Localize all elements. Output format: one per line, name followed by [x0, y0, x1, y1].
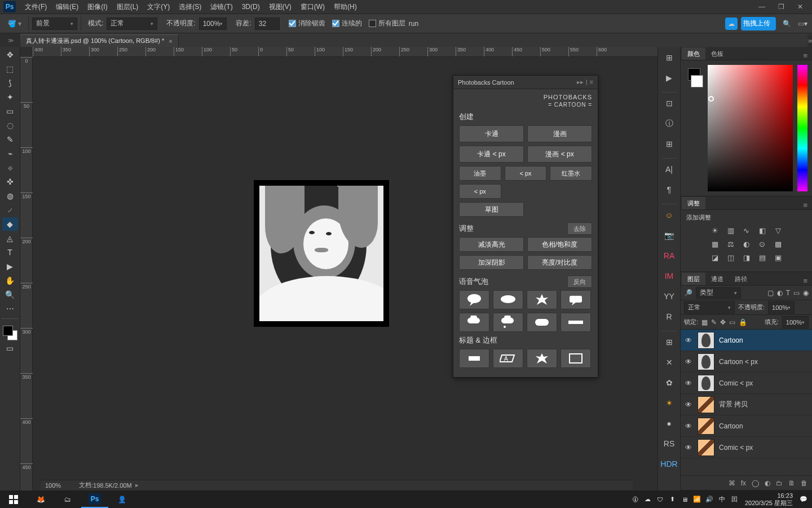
comic-px-button[interactable]: 漫画 < px [527, 146, 592, 163]
strip-item[interactable]: ⊞ [661, 334, 678, 351]
exposure-icon[interactable]: ◧ [757, 225, 767, 235]
banner-bubble[interactable] [561, 313, 591, 332]
cloud-bubble-1[interactable] [459, 313, 489, 332]
tray-ime[interactable]: 中 [716, 495, 728, 503]
lock-all-icon[interactable]: 🔒 [739, 318, 747, 326]
panel-menu-icon[interactable]: ≡ [798, 277, 812, 285]
strip-item[interactable]: YY [661, 288, 678, 305]
menu-window[interactable]: 窗口(W) [296, 0, 329, 14]
menu-image[interactable]: 图像(I) [83, 0, 112, 14]
strip-item[interactable]: ⓘ [661, 115, 678, 132]
eraser-tool[interactable]: ◍ [2, 189, 18, 203]
new-layer-icon[interactable]: 🗎 [788, 479, 795, 487]
strip-item[interactable]: RA [661, 247, 678, 264]
path-tool[interactable]: ▶ [2, 260, 18, 273]
menu-file[interactable]: 文件(F) [20, 0, 51, 14]
selective-color-icon[interactable]: ▣ [773, 252, 783, 262]
lasso-tool[interactable]: ⟆ [2, 76, 18, 90]
strip-item[interactable]: ● [661, 415, 678, 432]
speech-bubble-2[interactable] [493, 290, 523, 309]
more-tools[interactable]: ⋯ [2, 302, 18, 316]
threshold-icon[interactable]: ◨ [742, 252, 752, 262]
vibrance-icon[interactable]: ▽ [773, 225, 783, 235]
strip-item[interactable]: ¶ [661, 181, 678, 198]
rect-bubble[interactable] [561, 290, 591, 309]
strip-item[interactable]: A| [661, 161, 678, 178]
strip-item[interactable]: IM [661, 268, 678, 284]
collapse-icon[interactable]: ▸▸ [577, 78, 584, 86]
filter-adjust-icon[interactable]: ◐ [777, 289, 783, 297]
layer-fill-input[interactable]: 100%▾ [782, 316, 809, 329]
panel-menu-icon[interactable]: ≡ [590, 78, 593, 86]
speech-bubble-1[interactable] [459, 290, 489, 309]
right-collapse-grip[interactable]: ≫ [807, 34, 812, 47]
title-rect[interactable] [459, 349, 489, 368]
close-tab-icon[interactable]: × [169, 38, 172, 45]
layer-row[interactable]: 👁Comic < px [681, 373, 812, 394]
start-button[interactable] [0, 491, 27, 508]
link-layers-icon[interactable]: ⌘ [729, 479, 735, 487]
contiguous-checkbox[interactable] [332, 20, 339, 27]
menu-layer[interactable]: 图层(L) [112, 0, 143, 14]
mask-icon[interactable]: ◯ [752, 479, 759, 487]
remove-button[interactable]: 去除 [567, 222, 592, 235]
blend-mode-dropdown[interactable]: 正常▾ [107, 17, 157, 30]
photo-filter-icon[interactable]: ⊙ [757, 239, 767, 249]
visibility-icon[interactable]: 👁 [684, 357, 693, 366]
taskbar-firefox[interactable]: 🦊 [27, 491, 54, 508]
layer-opacity-input[interactable]: 100%▾ [768, 301, 795, 314]
taskbar-app[interactable]: 👤 [108, 491, 135, 508]
upload-button[interactable]: 拖拽上传 [741, 17, 776, 30]
taskbar-clock[interactable]: 16:232020/3/25 星期三 [740, 492, 797, 506]
visibility-icon[interactable]: 👁 [684, 422, 693, 431]
group-icon[interactable]: 🗀 [776, 479, 783, 487]
tray-notifications[interactable]: 💬 [797, 496, 810, 503]
huesat-icon[interactable]: ▦ [710, 239, 720, 249]
invert-icon[interactable]: ◪ [710, 252, 720, 262]
lock-pixels-icon[interactable]: ✎ [711, 318, 717, 326]
filter-type-icon[interactable]: T [786, 289, 790, 297]
antialias-checkbox[interactable] [289, 20, 296, 27]
fx-icon[interactable]: fx [741, 479, 746, 487]
opacity-input[interactable]: 100%▾ [199, 17, 227, 30]
hand-tool[interactable]: ✋ [2, 274, 18, 287]
menu-filter[interactable]: 滤镜(T) [206, 0, 237, 14]
rounded-rect-bubble[interactable] [527, 313, 557, 332]
zoom-value[interactable]: 100% [45, 482, 79, 489]
strip-item[interactable]: ▶ [661, 69, 678, 86]
window-close[interactable]: ✕ [792, 1, 809, 12]
strip-item[interactable]: ⊞ [661, 135, 678, 152]
tray-ime2[interactable]: 囯 [728, 495, 740, 503]
strip-item[interactable]: HDR [661, 456, 678, 472]
menu-3d[interactable]: 3D(D) [237, 0, 264, 14]
title-slash[interactable]: A [493, 349, 523, 368]
menu-edit[interactable]: 编辑(E) [51, 0, 83, 14]
visibility-icon[interactable]: 👁 [684, 336, 693, 345]
tab-swatches[interactable]: 色板 [705, 47, 729, 60]
blend-mode-dropdown[interactable]: 正常▾ [684, 301, 735, 314]
tray-icon[interactable]: 📶 [691, 496, 703, 503]
chevron-right-icon[interactable]: ▸ [135, 481, 139, 489]
strip-item[interactable]: RS [661, 435, 678, 452]
tab-adjustments[interactable]: 调整 [682, 197, 705, 209]
ink-button[interactable]: 油墨 [459, 166, 501, 181]
strip-item[interactable]: ☺ [661, 207, 678, 224]
huesat-button[interactable]: 色相/饱和度 [527, 237, 592, 252]
tolerance-input[interactable]: 32 [255, 17, 280, 30]
tab-paths[interactable]: 路径 [729, 273, 753, 285]
tray-icon[interactable]: 🛈 [629, 496, 641, 503]
cloud-bubble-2[interactable] [493, 313, 523, 332]
ink-px-button[interactable]: < px [505, 166, 547, 181]
strip-item[interactable]: ⊡ [661, 95, 678, 112]
tray-icon[interactable]: 🔊 [703, 496, 716, 503]
layer-filter-dropdown[interactable]: 类型▾ [696, 287, 741, 299]
tab-channels[interactable]: 通道 [705, 273, 729, 285]
toolbar-collapse-grip[interactable]: ≫ [0, 33, 20, 47]
fg-bg-swatches[interactable] [2, 325, 19, 341]
tray-icon[interactable]: ⬆ [666, 496, 678, 503]
title-frame[interactable] [561, 349, 591, 368]
document-tab[interactable]: 真人转卡通漫画.psd @ 100% (Cartoon, RGB/8#) *× [20, 34, 179, 47]
strip-item[interactable]: R [661, 308, 678, 325]
tab-layers[interactable]: 图层 [682, 273, 705, 285]
blur-tool[interactable]: ◬ [2, 231, 18, 245]
